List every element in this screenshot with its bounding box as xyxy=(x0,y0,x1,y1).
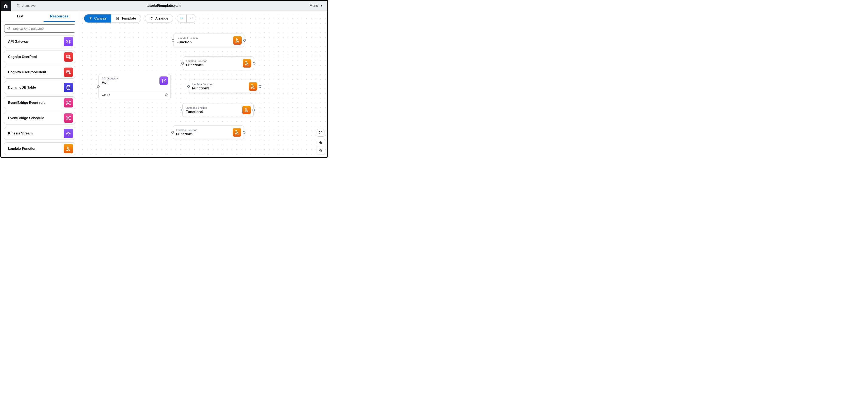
svg-point-16 xyxy=(66,119,67,120)
autosave-label: Autosave xyxy=(22,4,36,7)
lambda-icon xyxy=(233,36,242,44)
node-function4[interactable]: Lambda Function Function4 xyxy=(182,103,253,117)
lambda-icon xyxy=(64,144,73,153)
menu-label: Menu xyxy=(310,4,318,8)
node-name: Function2 xyxy=(186,63,207,67)
tab-list[interactable]: List xyxy=(1,11,40,22)
resource-lambda-function[interactable]: Lambda Function xyxy=(4,142,75,155)
svg-point-11 xyxy=(66,104,67,105)
undo-button[interactable] xyxy=(177,14,186,23)
search-box[interactable] xyxy=(4,24,75,33)
kinesis-icon xyxy=(64,129,73,138)
node-function3[interactable]: Lambda Function Function3 xyxy=(189,80,260,93)
template-label: Template xyxy=(121,17,136,20)
svg-rect-4 xyxy=(66,71,69,73)
template-view-button[interactable]: Template xyxy=(111,14,141,23)
template-icon xyxy=(116,17,119,20)
menu-button[interactable]: Menu ▼ xyxy=(310,4,323,8)
node-handle-left[interactable] xyxy=(172,39,174,41)
node-name: Function3 xyxy=(192,86,213,90)
api-route-row[interactable]: GET / xyxy=(99,90,170,99)
fit-view-button[interactable] xyxy=(317,129,324,137)
node-handle-left[interactable] xyxy=(181,109,183,111)
arrange-button[interactable]: Arrange xyxy=(145,14,173,23)
folder-icon xyxy=(17,4,21,8)
resource-cognito-userpool[interactable]: Cognito UserPool xyxy=(4,51,75,63)
route-handle[interactable] xyxy=(165,93,167,96)
zoom-out-button[interactable] xyxy=(317,147,324,154)
node-function2[interactable]: Lambda Function Function2 xyxy=(183,57,254,70)
node-function[interactable]: Lambda Function Function xyxy=(173,34,244,47)
resource-label: EventBridge Schedule xyxy=(8,116,44,120)
eventbridge-icon xyxy=(64,98,73,108)
svg-rect-19 xyxy=(91,17,92,18)
resource-label: API Gateway xyxy=(8,40,29,43)
resource-cognito-userpoolclient[interactable]: Cognito UserPoolClient xyxy=(4,66,75,79)
canvas-icon xyxy=(89,17,92,20)
node-api-gateway[interactable]: API Gateway Api GET / xyxy=(98,74,171,99)
search-wrap xyxy=(1,22,79,34)
node-type: Lambda Function xyxy=(177,36,198,40)
resource-label: EventBridge Event rule xyxy=(8,101,45,105)
home-button[interactable] xyxy=(1,1,11,11)
arrange-icon xyxy=(150,17,153,20)
zoom-in-icon xyxy=(319,141,323,145)
resource-list: API Gateway Cognito UserPool Cognito Use… xyxy=(1,34,79,156)
redo-button[interactable] xyxy=(186,14,196,23)
resource-eventbridge-schedule[interactable]: EventBridge Schedule xyxy=(4,112,75,124)
sidebar-tabs: List Resources xyxy=(1,11,79,22)
node-handle-right[interactable] xyxy=(252,109,255,111)
canvas-area[interactable]: Canvas Template Arrange xyxy=(79,11,328,157)
svg-rect-23 xyxy=(152,17,153,18)
arrange-label: Arrange xyxy=(155,17,168,20)
svg-point-14 xyxy=(66,116,67,117)
api-route-label: GET / xyxy=(102,93,110,96)
node-handle-left[interactable] xyxy=(97,85,100,88)
resource-label: DynamoDB Table xyxy=(8,86,36,89)
node-handle-right[interactable] xyxy=(253,62,255,65)
canvas-view-button[interactable]: Canvas xyxy=(84,14,111,23)
node-name: Function4 xyxy=(186,110,207,114)
node-handle-right[interactable] xyxy=(259,85,261,88)
svg-rect-18 xyxy=(89,17,90,18)
page-title: tutorial/template.yaml xyxy=(1,4,328,8)
node-type: Lambda Function xyxy=(192,83,213,86)
node-handle-left[interactable] xyxy=(181,62,184,65)
svg-line-1 xyxy=(9,29,10,30)
node-name: Api xyxy=(102,81,118,85)
resource-label: Lambda Function xyxy=(8,147,36,151)
app-frame: Autosave tutorial/template.yaml Menu ▼ L… xyxy=(0,0,328,158)
eventbridge-schedule-icon xyxy=(64,113,73,123)
cognito-icon xyxy=(64,52,73,62)
svg-rect-20 xyxy=(90,19,91,20)
api-gateway-icon xyxy=(159,77,168,85)
cognito-client-icon xyxy=(64,67,73,77)
node-handle-left[interactable] xyxy=(187,85,190,88)
node-handle-right[interactable] xyxy=(243,131,245,133)
zoom-out-icon xyxy=(319,149,323,152)
resource-api-gateway[interactable]: API Gateway xyxy=(4,35,75,48)
svg-point-17 xyxy=(69,119,70,120)
resource-label: Cognito UserPool xyxy=(8,55,37,59)
resource-eventbridge-rule[interactable]: EventBridge Event rule xyxy=(4,96,75,109)
svg-point-12 xyxy=(69,104,70,105)
view-segment: Canvas Template xyxy=(84,14,141,23)
node-handle-left[interactable] xyxy=(172,131,174,133)
svg-rect-2 xyxy=(66,55,69,58)
node-name: Function xyxy=(177,40,198,44)
canvas-toolbar: Canvas Template Arrange xyxy=(84,14,196,23)
node-function5[interactable]: Lambda Function Function5 xyxy=(173,125,244,139)
sidebar: List Resources API Gateway Cognito UserP xyxy=(1,11,79,157)
undo-icon xyxy=(180,17,184,20)
home-icon xyxy=(3,3,8,8)
node-type: API Gateway xyxy=(102,77,118,80)
node-handle-right[interactable] xyxy=(243,39,246,41)
tab-resources[interactable]: Resources xyxy=(40,11,79,22)
resource-kinesis-stream[interactable]: Kinesis Stream xyxy=(4,127,75,140)
lambda-icon xyxy=(233,128,241,137)
zoom-controls xyxy=(317,129,325,154)
svg-point-15 xyxy=(69,116,70,117)
zoom-in-button[interactable] xyxy=(317,139,324,147)
search-input[interactable] xyxy=(13,27,72,30)
resource-dynamodb-table[interactable]: DynamoDB Table xyxy=(4,81,75,94)
